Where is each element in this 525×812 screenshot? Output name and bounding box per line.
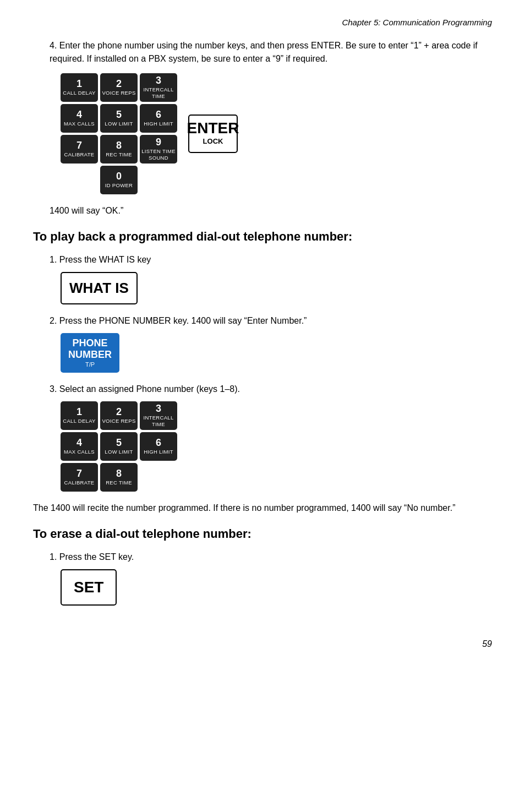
key-6-high-limit[interactable]: 6HIGH LIMIT <box>140 104 177 133</box>
keypad2-row1: 1CALL DELAY 2VOICE REPS 3INTERCALL TIME <box>61 401 492 430</box>
set-key[interactable]: SET <box>61 569 117 606</box>
enter-sub-label: LOCK <box>203 136 223 147</box>
key2-8-rec-time[interactable]: 8REC TIME <box>100 463 138 492</box>
keypad2-row2: 4MAX CALLS 5LOW LIMIT 6HIGH LIMIT <box>61 432 492 461</box>
key2-6-high-limit[interactable]: 6HIGH LIMIT <box>140 432 177 461</box>
key2-4-max-calls[interactable]: 4MAX CALLS <box>61 432 98 461</box>
key-0-id-power[interactable]: 0ID POWER <box>100 166 138 194</box>
key2-2-voice-reps[interactable]: 2VOICE REPS <box>100 401 138 430</box>
key-4-max-calls[interactable]: 4MAX CALLS <box>61 104 98 133</box>
section2-heading: To erase a dial-out telephone number: <box>33 525 492 543</box>
key2-5-low-limit[interactable]: 5LOW LIMIT <box>100 432 138 461</box>
key2-1-call-delay[interactable]: 1CALL DELAY <box>61 401 98 430</box>
keypad1-row4: 0ID POWER <box>61 166 177 194</box>
key-1-call-delay[interactable]: 1CALL DELAY <box>61 73 98 102</box>
keypad2: 1CALL DELAY 2VOICE REPS 3INTERCALL TIME … <box>61 401 492 492</box>
what-is-key[interactable]: WHAT IS <box>61 272 138 304</box>
keypad1: 1CALL DELAY 2VOICE REPS 3INTERCALL TIME … <box>61 73 492 194</box>
key-9-listen-time[interactable]: 9LISTEN TIME SOUND <box>140 135 177 164</box>
keypad2-row3: 7CALIBRATE 8REC TIME <box>61 463 492 492</box>
phone-number-key[interactable]: PHONE NUMBER T/P <box>61 333 119 373</box>
ok-text: 1400 will say “OK.” <box>50 204 492 217</box>
phone-number-line1: PHONE <box>72 337 107 350</box>
page-number: 59 <box>33 637 492 651</box>
key-8-rec-time[interactable]: 8REC TIME <box>100 135 138 164</box>
step1b-text: 1. Press the SET key. <box>50 551 492 564</box>
step2a-text: 2. Press the PHONE NUMBER key. 1400 will… <box>50 314 492 328</box>
key-3-intercall-time[interactable]: 3INTERCALL TIME <box>140 73 177 102</box>
enter-main-label: ENTER <box>187 121 239 136</box>
chapter-header: Chapter 5: Communication Programming <box>33 17 492 29</box>
step1a-text: 1. Press the WHAT IS key <box>50 253 492 266</box>
keypad1-row2: 4MAX CALLS 5LOW LIMIT 6HIGH LIMIT <box>61 104 177 133</box>
step4-text: 4. Enter the phone number using the numb… <box>50 39 492 66</box>
keypad1-row1: 1CALL DELAY 2VOICE REPS 3INTERCALL TIME <box>61 73 177 102</box>
phone-number-sub: T/P <box>85 361 95 368</box>
key-7-calibrate[interactable]: 7CALIBRATE <box>61 135 98 164</box>
key-2-voice-reps[interactable]: 2VOICE REPS <box>100 73 138 102</box>
section1-heading: To play back a programmed dial-out telep… <box>33 227 492 246</box>
recite-text: The 1400 will recite the number programm… <box>33 502 492 515</box>
key-enter-lock[interactable]: ENTER LOCK <box>188 115 238 153</box>
phone-number-line2: NUMBER <box>68 349 112 361</box>
key2-7-calibrate[interactable]: 7CALIBRATE <box>61 463 98 492</box>
key2-3-intercall-time[interactable]: 3INTERCALL TIME <box>140 401 177 430</box>
keypad1-row3: 7CALIBRATE 8REC TIME 9LISTEN TIME SOUND <box>61 135 177 164</box>
key-5-low-limit[interactable]: 5LOW LIMIT <box>100 104 138 133</box>
step3a-text: 3. Select an assigned Phone number (keys… <box>50 383 492 396</box>
keypad1-rows-enter: 1CALL DELAY 2VOICE REPS 3INTERCALL TIME … <box>61 73 492 194</box>
